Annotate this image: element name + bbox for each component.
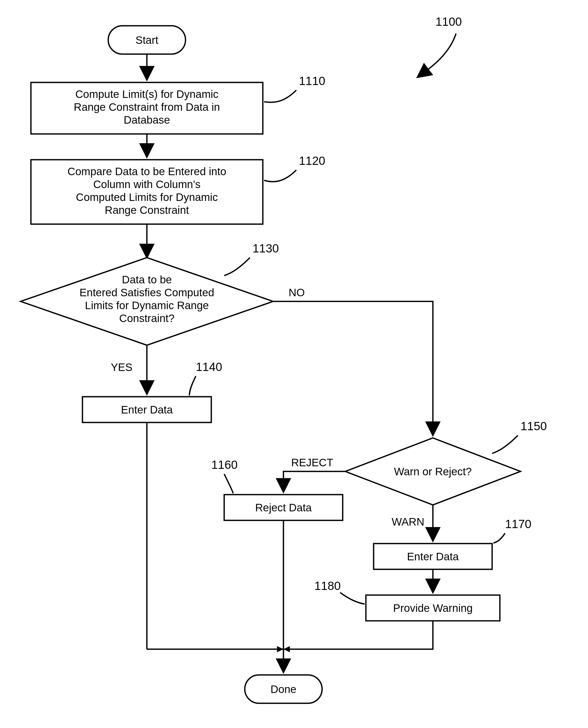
decision-warn-reject: Warn or Reject?	[345, 438, 521, 505]
enter2-ref-leader	[493, 533, 505, 543]
svg-text:Computed Limits for Dynamic: Computed Limits for Dynamic	[76, 191, 218, 203]
dec1-ref-leader	[224, 258, 250, 276]
svg-text:Provide Warning: Provide Warning	[393, 602, 473, 614]
edge-dec1-no	[273, 301, 433, 435]
provide-warning-box: Provide Warning	[366, 595, 500, 621]
merge-arrow-right	[284, 646, 290, 652]
svg-text:Done: Done	[271, 683, 296, 695]
reject-data-box: Reject Data	[224, 495, 343, 520]
enter2-ref: 1170	[505, 517, 531, 531]
figure-ref: 1100	[436, 15, 462, 28]
figure-ref-arrow	[417, 34, 456, 77]
compare-ref: 1120	[299, 154, 325, 168]
warn-ref: 1180	[314, 579, 341, 593]
svg-text:Warn or Reject?: Warn or Reject?	[394, 466, 472, 478]
svg-text:Limits for Dynamic Range: Limits for Dynamic Range	[85, 299, 209, 312]
reject-ref-leader	[224, 474, 233, 493]
compare-box: Compare Data to be Entered into Column w…	[31, 160, 263, 224]
done-node: Done	[245, 675, 322, 703]
svg-text:Compute Limit(s) for Dynamic: Compute Limit(s) for Dynamic	[75, 88, 218, 100]
enter1-ref-leader	[189, 376, 196, 395]
enter1-ref: 1140	[196, 360, 222, 373]
svg-text:Constraint?: Constraint?	[119, 312, 175, 324]
label-reject: REJECT	[291, 456, 333, 469]
enter-data-yes: Enter Data	[82, 397, 211, 423]
compare-ref-leader	[264, 170, 296, 181]
svg-text:Database: Database	[124, 114, 170, 126]
svg-text:Range Constraint from Data in: Range Constraint from Data in	[74, 101, 220, 113]
label-warn: WARN	[392, 516, 424, 528]
warn-ref-leader	[340, 593, 364, 604]
dec1-ref: 1130	[253, 242, 279, 255]
compute-ref-leader	[264, 90, 296, 102]
compute-ref: 1110	[299, 74, 325, 88]
svg-text:Entered Satisfies Computed: Entered Satisfies Computed	[80, 286, 214, 299]
svg-text:Data to be: Data to be	[122, 274, 172, 286]
svg-text:Range Constraint: Range Constraint	[105, 204, 189, 216]
label-yes: YES	[111, 361, 132, 373]
dec2-ref-leader	[492, 435, 518, 453]
svg-text:Enter Data: Enter Data	[121, 404, 173, 416]
reject-ref: 1160	[211, 458, 237, 471]
edge-dec2-reject	[284, 471, 345, 492]
label-no: NO	[289, 286, 305, 299]
svg-text:Enter Data: Enter Data	[407, 551, 459, 563]
merge-arrow-left	[277, 646, 284, 652]
compute-box: Compute Limit(s) for Dynamic Range Const…	[31, 82, 263, 134]
svg-text:Compare Data to be Entered int: Compare Data to be Entered into	[67, 165, 226, 177]
edge-warning-down	[284, 621, 433, 649]
svg-text:Column with Column's: Column with Column's	[93, 178, 201, 190]
svg-text:Start: Start	[135, 34, 159, 46]
dec2-ref: 1150	[521, 420, 547, 433]
start-node: Start	[108, 26, 186, 54]
svg-text:Reject Data: Reject Data	[255, 501, 312, 514]
enter-data-warn: Enter Data	[374, 543, 492, 569]
